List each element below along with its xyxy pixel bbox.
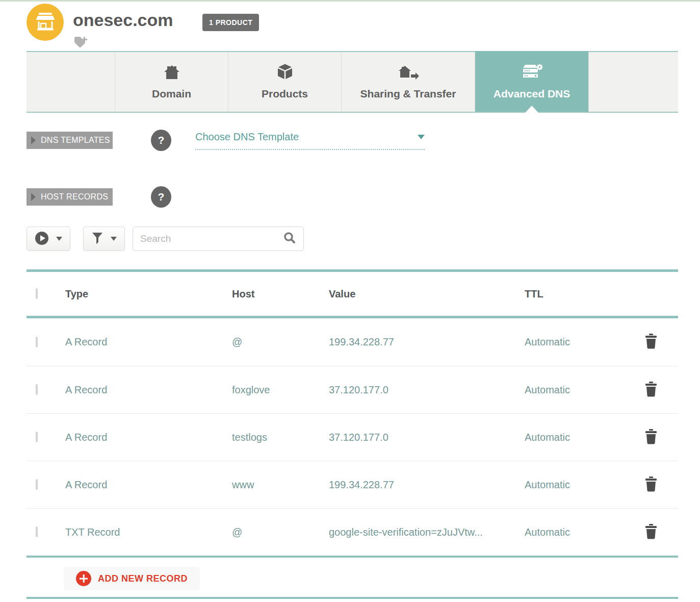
record-type: A Record (65, 432, 232, 443)
record-type: A Record (65, 479, 232, 491)
trash-icon (644, 429, 658, 446)
tab-sharing-transfer[interactable]: Sharing & Transfer (342, 51, 475, 112)
chevron-down-icon (111, 237, 117, 241)
record-host: @ (232, 336, 329, 348)
record-host: testlogs (232, 432, 329, 443)
delete-record-button[interactable] (644, 334, 658, 350)
record-value: 37.120.177.0 (329, 384, 525, 396)
table-row: A Record foxglove 37.120.177.0 Automatic (27, 366, 678, 413)
tab-label: Domain (152, 88, 191, 100)
delete-record-button[interactable] (644, 524, 658, 541)
row-checkbox[interactable] (36, 384, 38, 395)
trash-icon (644, 524, 658, 541)
tab-bar-spacer (27, 51, 115, 112)
table-row: A Record testlogs 37.120.177.0 Automatic (27, 413, 678, 461)
tab-label: Sharing & Transfer (360, 88, 456, 100)
column-header-ttl: TTL (525, 288, 624, 300)
records-toolbar (27, 227, 700, 251)
record-value: 199.34.228.77 (329, 479, 525, 491)
search-input[interactable] (140, 233, 283, 244)
section-label: HOST RECORDS (41, 192, 108, 202)
play-circle-icon (35, 231, 49, 247)
domain-header: onesec.com 1 PRODUCT (0, 2, 700, 51)
trash-icon (644, 476, 658, 493)
record-value: 37.120.177.0 (329, 432, 525, 443)
host-records-badge: HOST RECORDS (27, 188, 113, 206)
tab-domain[interactable]: Domain (115, 51, 228, 112)
box-icon (276, 63, 294, 81)
tab-bar-filler (588, 51, 678, 112)
table-row: A Record @ 199.34.228.77 Automatic (27, 318, 678, 366)
delete-record-button[interactable] (644, 429, 658, 446)
section-label: DNS TEMPLATES (41, 136, 110, 145)
chevron-down-icon (418, 135, 425, 139)
add-tag-icon[interactable] (73, 36, 88, 49)
table-header-row: Type Host Value TTL (27, 272, 678, 316)
delete-record-button[interactable] (644, 382, 658, 398)
add-new-record-button[interactable]: ADD NEW RECORD (64, 567, 200, 590)
row-checkbox[interactable] (36, 432, 38, 442)
plus-icon (76, 571, 91, 586)
host-records-help-icon[interactable]: ? (151, 186, 171, 208)
server-gear-icon (520, 63, 543, 81)
dns-templates-badge: DNS TEMPLATES (27, 132, 113, 149)
record-type: A Record (65, 336, 232, 348)
table-row: A Record www 199.34.228.77 Automatic (27, 461, 678, 508)
table-footer: ADD NEW RECORD (27, 558, 678, 597)
tab-label: Products (262, 88, 308, 100)
tab-products[interactable]: Products (228, 51, 342, 112)
record-host: foxglove (232, 384, 329, 396)
trash-icon (644, 382, 658, 398)
record-value: 199.34.228.77 (329, 336, 525, 348)
host-records-section: HOST RECORDS ? (27, 186, 700, 208)
storefront-icon (34, 11, 57, 34)
page-title: onesec.com (73, 10, 173, 30)
delete-record-button[interactable] (644, 476, 658, 493)
tab-bar: Domain Products Sharing & Transfer (27, 51, 678, 113)
tab-label: Advanced DNS (494, 88, 571, 100)
dns-templates-help-icon[interactable]: ? (151, 130, 171, 151)
record-host: www (232, 479, 329, 491)
chevron-right-icon (31, 136, 36, 144)
record-value: google-site-verification=zJuJVtw... (329, 526, 525, 538)
house-arrow-icon (398, 63, 419, 81)
filter-dropdown[interactable] (83, 227, 125, 251)
trash-icon (644, 334, 658, 350)
dropdown-value: Choose DNS Template (195, 131, 299, 143)
host-records-table: Type Host Value TTL A Record @ 199.34.22… (27, 269, 678, 599)
add-button-label: ADD NEW RECORD (98, 573, 188, 584)
dns-template-dropdown[interactable]: Choose DNS Template (195, 131, 425, 150)
record-type: TXT Record (65, 526, 232, 538)
table-row: TXT Record @ google-site-verification=zJ… (27, 508, 678, 556)
record-ttl: Automatic (525, 432, 624, 443)
search-field (133, 227, 304, 251)
domain-avatar (27, 4, 64, 41)
record-ttl: Automatic (525, 479, 624, 491)
footer-rule (27, 597, 678, 599)
table-body: A Record @ 199.34.228.77 Automatic A Rec… (27, 318, 678, 556)
bulk-actions-dropdown[interactable] (27, 227, 70, 251)
tab-advanced-dns[interactable]: Advanced DNS (475, 51, 588, 112)
search-icon[interactable] (283, 231, 296, 246)
product-count-badge: 1 PRODUCT (202, 14, 259, 31)
column-header-value: Value (329, 288, 525, 300)
record-type: A Record (65, 384, 232, 396)
record-ttl: Automatic (525, 526, 624, 538)
chevron-down-icon (56, 237, 62, 241)
record-ttl: Automatic (525, 384, 624, 396)
filter-icon (91, 232, 103, 246)
select-all-checkbox[interactable] (36, 288, 38, 299)
advanced-dns-panel: DNS TEMPLATES ? Choose DNS Template HOST… (0, 130, 700, 599)
row-checkbox[interactable] (36, 526, 38, 537)
home-icon (163, 63, 181, 81)
record-host: @ (232, 526, 329, 538)
column-header-type: Type (65, 288, 232, 300)
column-header-host: Host (232, 288, 329, 300)
chevron-right-icon (31, 193, 36, 201)
row-checkbox[interactable] (36, 337, 38, 347)
row-checkbox[interactable] (36, 479, 38, 490)
dns-templates-section: DNS TEMPLATES ? Choose DNS Template (27, 130, 700, 151)
record-ttl: Automatic (525, 336, 624, 348)
